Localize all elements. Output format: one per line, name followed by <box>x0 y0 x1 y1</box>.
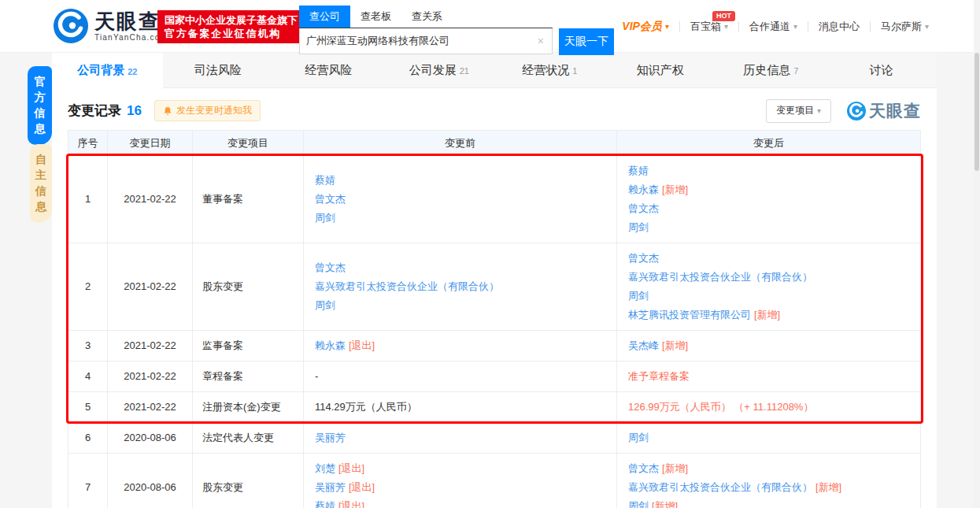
change-link[interactable]: 曾文杰 <box>628 252 659 264</box>
nav-tab[interactable]: 司法风险 <box>163 53 274 88</box>
change-item-filter-dropdown[interactable]: 变更项目 ▾ <box>766 99 831 123</box>
cell-line: 刘楚[退出] <box>315 459 605 478</box>
change-date-cell: 2021-02-22 <box>108 362 193 392</box>
change-link[interactable]: 周剑 <box>628 290 649 302</box>
search-tab[interactable]: 查老板 <box>350 6 401 28</box>
chevron-down-icon: ▾ <box>793 22 797 31</box>
row-number-cell: 7 <box>68 454 108 508</box>
change-tag: [退出] <box>349 339 375 351</box>
nav-tab[interactable]: 经营风险 <box>273 53 384 88</box>
company-detail-card: 公司背景22司法风险经营风险公司发展21经营状况1知识产权历史信息7讨论 变更记… <box>52 53 937 508</box>
change-link[interactable]: 刘楚 <box>315 462 335 474</box>
nav-tab[interactable]: 经营状况1 <box>494 53 605 88</box>
treasure-box-menu-item[interactable]: HOT 百宝箱 ▾ <box>680 20 738 34</box>
column-header: 变更日期 <box>108 131 193 156</box>
cell-line: 126.99万元（人民币） （+ 11.11208%） <box>628 398 909 417</box>
tianyancha-logo[interactable]: 天眼查 TianYanCha.com <box>54 9 168 43</box>
cooperation-menu-item[interactable]: 合作通道 ▾ <box>739 20 808 34</box>
change-link[interactable]: 吴丽芳 <box>315 432 346 443</box>
change-item-cell: 监事备案 <box>193 331 304 362</box>
search-input[interactable] <box>300 35 530 47</box>
change-link[interactable]: 嘉兴致君引太投资合伙企业（有限合伙） <box>315 280 499 292</box>
change-link[interactable]: 周剑 <box>628 500 649 508</box>
badge-line1: 国家中小企业发展子基金旗下 <box>165 13 298 27</box>
nav-tab[interactable]: 讨论 <box>827 53 937 88</box>
cell-line: 周剑[新增] <box>628 497 909 508</box>
change-link[interactable]: 周剑 <box>315 299 335 311</box>
change-link[interactable]: 曾文杰 <box>315 261 346 273</box>
cell-line: 嘉兴致君引太投资合伙企业（有限合伙）[新增] <box>628 478 909 497</box>
change-date-cell: 2021-02-22 <box>108 392 193 423</box>
row-number-cell: 3 <box>68 331 108 362</box>
clear-search-icon[interactable]: × <box>530 35 552 47</box>
change-link[interactable]: 曾文杰 <box>628 462 659 474</box>
change-text: 114.29万元（人民币） <box>315 401 417 413</box>
change-item-cell: 章程备案 <box>193 362 304 392</box>
nav-tab-count: 21 <box>460 66 469 76</box>
nav-tab[interactable]: 历史信息7 <box>716 53 827 88</box>
change-text: - <box>315 370 318 382</box>
nav-tab-label: 司法风险 <box>194 63 242 78</box>
company-nav-tabs: 公司背景22司法风险经营风险公司发展21经营状况1知识产权历史信息7讨论 <box>52 53 937 88</box>
search-tab[interactable]: 查公司 <box>299 6 350 28</box>
cell-line: 周剑 <box>628 287 909 306</box>
search-area: 查公司查老板查关系 × 天眼一下 <box>299 6 614 55</box>
change-link[interactable]: 林芝腾讯投资管理有限公司 <box>628 309 751 321</box>
cell-line: 嘉兴致君引太投资合伙企业（有限合伙） <box>315 277 605 296</box>
cell-line: 114.29万元（人民币） <box>315 398 605 417</box>
cell-line: 林芝腾讯投资管理有限公司[新增] <box>628 306 909 324</box>
nav-tab-label: 知识产权 <box>637 63 684 78</box>
cell-line: 曾文杰 <box>315 258 605 277</box>
change-records-table-wrap: 序号变更日期变更项目变更前变更后 12021-02-22董事备案蔡婧曾文杰周剑蔡… <box>68 130 921 508</box>
nav-tab[interactable]: 公司背景22 <box>52 53 163 88</box>
change-detail-cell: 126.99万元（人民币） （+ 11.11208%） <box>617 392 921 423</box>
nav-tab-label: 公司发展 <box>409 63 457 78</box>
message-center-menu-item[interactable]: 消息中心 <box>808 20 870 34</box>
change-link[interactable]: 嘉兴致君引太投资合伙企业（有限合伙） <box>628 271 812 283</box>
cooperation-label: 合作通道 <box>749 20 790 34</box>
cell-line: 蔡婧 <box>628 161 909 180</box>
cell-line: 曾文杰[新增] <box>628 459 909 478</box>
nav-tab[interactable]: 知识产权 <box>605 53 716 88</box>
vip-label: VIP会员 <box>622 20 662 34</box>
side-tab[interactable]: 自主信息 <box>30 144 52 223</box>
change-link[interactable]: 蔡婧 <box>315 174 335 186</box>
search-tab[interactable]: 查关系 <box>401 6 453 28</box>
side-tab[interactable]: 官方信息 <box>28 66 52 145</box>
change-link[interactable]: 曾文杰 <box>628 202 659 214</box>
watermark-logo-icon <box>847 102 866 121</box>
cell-line: 曾文杰 <box>315 190 605 209</box>
change-link[interactable]: 周剑 <box>628 432 649 443</box>
logo-text: 天眼查 TianYanCha.com <box>94 11 168 42</box>
change-link[interactable]: 周剑 <box>315 212 335 224</box>
vip-menu-item[interactable]: VIP会员 ▾ <box>612 20 679 34</box>
change-detail-cell: 曾文杰嘉兴致君引太投资合伙企业（有限合伙）周剑 <box>304 243 617 331</box>
change-link[interactable]: 吴杰峰 <box>628 339 659 351</box>
side-tab-label: 自主信息 <box>35 151 47 214</box>
nav-tab[interactable]: 公司发展21 <box>384 53 495 88</box>
row-number-cell: 4 <box>68 362 108 392</box>
page-scrollbar[interactable] <box>974 0 980 508</box>
search-box: × 天眼一下 <box>299 28 614 55</box>
change-link[interactable]: 嘉兴致君引太投资合伙企业（有限合伙） <box>628 481 812 493</box>
logo-subtitle: TianYanCha.com <box>94 33 168 42</box>
tianyancha-logo-icon <box>54 9 88 43</box>
change-detail-cell: 周剑 <box>617 423 921 454</box>
search-input-wrap: × <box>299 28 553 54</box>
section-bar-right: 变更项目 ▾ 天眼查 <box>766 99 921 123</box>
scrollbar-thumb[interactable] <box>974 53 979 171</box>
change-link[interactable]: 吴丽芳 <box>315 481 346 493</box>
cell-line: 准予章程备案 <box>628 367 909 386</box>
change-link[interactable]: 蔡婧 <box>315 500 335 508</box>
change-link[interactable]: 赖永森 <box>628 184 659 195</box>
change-link[interactable]: 蔡婧 <box>628 165 649 176</box>
message-center-label: 消息中心 <box>819 20 860 34</box>
table-row: 22021-02-22股东变更曾文杰嘉兴致君引太投资合伙企业（有限合伙）周剑曾文… <box>68 243 921 331</box>
cell-line: 周剑 <box>628 218 909 237</box>
notify-on-change-button[interactable]: 发生变更时通知我 <box>154 100 261 121</box>
user-menu-item[interactable]: 马尔萨斯 ▾ <box>871 20 939 34</box>
change-link[interactable]: 周剑 <box>628 221 649 233</box>
change-link[interactable]: 曾文杰 <box>315 193 346 205</box>
search-button[interactable]: 天眼一下 <box>559 28 614 55</box>
change-link[interactable]: 赖永森 <box>315 339 346 351</box>
